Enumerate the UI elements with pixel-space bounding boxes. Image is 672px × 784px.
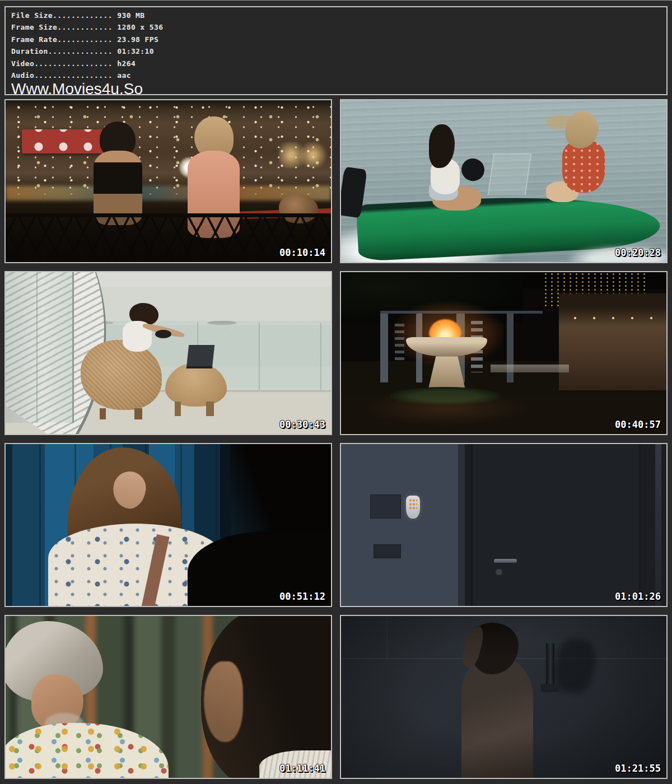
- wooden-door: [471, 444, 640, 606]
- younger-man-profile: [204, 661, 243, 743]
- scene-night-market: [6, 100, 331, 262]
- glass-wall: [6, 272, 74, 423]
- scene-dark-door: [341, 444, 666, 606]
- wall-switch-lower: [374, 544, 401, 558]
- vignette-overlay: [341, 616, 666, 778]
- timestamp-badge: 01:01:26: [615, 592, 661, 601]
- info-line-duration: Duration.............. 01:32:10: [11, 45, 661, 57]
- table-legs: [175, 402, 214, 416]
- timestamp-badge: 01:11:41: [279, 764, 325, 773]
- downlights: [566, 316, 657, 321]
- video-contact-sheet: File Size............. 930 MB Frame Size…: [0, 0, 672, 784]
- info-line-file-size: File Size............. 930 MB: [11, 10, 661, 21]
- stone-building: [559, 293, 666, 390]
- info-line-audio: Audio................. aac: [11, 69, 661, 81]
- door-handle: [494, 559, 517, 563]
- thumbnail-two-men: 01:11:41: [4, 615, 332, 779]
- thumbnail-dark-door: 01:01:26: [340, 443, 668, 607]
- media-info-panel: File Size............. 930 MB Frame Size…: [4, 6, 668, 95]
- timestamp-badge: 00:40:57: [615, 420, 661, 430]
- timestamp-badge: 00:30:43: [279, 420, 325, 430]
- thumbnail-boat: 00:20:28: [340, 99, 668, 263]
- scene-boat: [341, 100, 666, 262]
- thumbnail-night-market: 00:10:14: [4, 99, 332, 263]
- info-line-frame-size: Frame Size............ 1280 x 536: [11, 21, 661, 33]
- timestamp-badge: 01:21:55: [615, 764, 661, 773]
- keypad-remote: [406, 496, 419, 518]
- wall-switch-panel: [370, 494, 401, 519]
- info-line-frame-rate: Frame Rate............ 23.98 FPS: [11, 34, 661, 45]
- scene-balcony: [6, 272, 331, 434]
- scene-courtyard: [341, 272, 666, 434]
- timestamp-badge: 00:51:12: [279, 592, 325, 601]
- scene-woman-blouse: [6, 444, 331, 606]
- laptop: [186, 345, 215, 368]
- thumbnail-shower: 01:21:55: [340, 615, 668, 779]
- ground-glow: [361, 390, 530, 426]
- neon-sign: [279, 142, 328, 168]
- thumbnail-woman-blouse: 00:51:12: [4, 443, 332, 607]
- red-banner: [22, 129, 110, 153]
- curtain-light-strip: [655, 444, 662, 606]
- scene-shower: [341, 616, 666, 778]
- timestamp-badge: 00:20:28: [615, 248, 661, 258]
- boat-windshield: [488, 153, 531, 195]
- thumbnail-courtyard: 00:40:57: [340, 271, 668, 435]
- thumbnail-grid: 00:10:14 00:20:28: [4, 99, 668, 779]
- door-lock: [496, 569, 502, 576]
- site-watermark: Www.Movies4u.So: [11, 82, 661, 96]
- thumbnail-balcony: 00:30:43: [4, 271, 332, 435]
- timestamp-badge: 00:10:14: [279, 248, 325, 258]
- passenger-red-dress: [562, 141, 605, 192]
- info-line-video: Video................. h264: [11, 58, 661, 69]
- chair-legs: [100, 408, 142, 419]
- scene-two-men: [6, 616, 331, 778]
